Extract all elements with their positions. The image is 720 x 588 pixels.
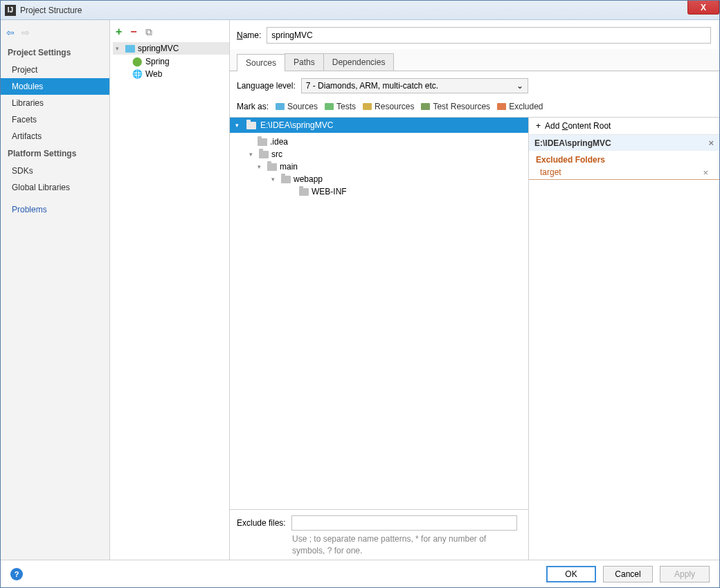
mark-excluded[interactable]: Excluded: [497, 102, 543, 111]
module-tabs: Sources Paths Dependencies: [230, 49, 719, 71]
excluded-folder-item[interactable]: target ×: [529, 166, 719, 180]
chevron-down-icon[interactable]: ▾: [235, 122, 242, 129]
folder-icon: [259, 151, 269, 158]
chevron-down-icon[interactable]: ▾: [271, 176, 278, 183]
language-level-select[interactable]: 7 - Diamonds, ARM, multi-catch etc. ⌄: [301, 78, 528, 93]
close-button[interactable]: X: [687, 1, 719, 15]
window-title: Project Structure: [20, 6, 82, 15]
mark-as-label: Mark as:: [237, 102, 269, 111]
sidebar-item-problems[interactable]: Problems: [1, 201, 109, 218]
chevron-down-icon[interactable]: ▾: [249, 151, 256, 158]
sources-swatch-icon: [276, 103, 285, 110]
apply-button[interactable]: Apply: [660, 566, 710, 582]
module-node-springmvc[interactable]: ▾ springMVC: [113, 42, 229, 55]
chevron-down-icon[interactable]: ▾: [258, 163, 264, 170]
sidebar-heading-project-settings: Project Settings: [1, 44, 109, 62]
content-root-label: E:\IDEA\springMVC: [534, 138, 611, 148]
language-level-label: Language level:: [237, 81, 296, 91]
nav-back-icon[interactable]: ⇦: [6, 27, 15, 38]
dialog-footer: ? OK Cancel Apply: [1, 560, 719, 587]
folder-icon: [281, 176, 291, 183]
dir-label: WEB-INF: [312, 187, 347, 196]
mark-tests[interactable]: Tests: [325, 102, 356, 111]
dir-label: .idea: [270, 137, 288, 147]
dir-row[interactable]: ▾ main: [233, 160, 525, 173]
exclude-files-hint: Use ; to separate name patterns, * for a…: [237, 531, 520, 557]
excluded-folders-heading: Excluded Folders: [529, 151, 719, 166]
module-tree-panel: + − ⧉ ▾ springMVC ⬤ Spring 🌐 Web: [110, 20, 230, 560]
exclude-files-label: Exclude files:: [237, 518, 286, 528]
module-label: springMVC: [138, 44, 179, 53]
resources-swatch-icon: [363, 103, 372, 110]
content-root-path: E:\IDEA\springMVC: [260, 120, 333, 130]
tests-swatch-icon: [325, 103, 334, 110]
ok-button[interactable]: OK: [546, 566, 596, 582]
module-editor-panel: Name: Sources Paths Dependencies Languag…: [230, 20, 719, 560]
settings-sidebar: ⇦ ⇨ Project Settings Project Modules Lib…: [1, 20, 110, 560]
mark-resources[interactable]: Resources: [363, 102, 414, 111]
help-icon[interactable]: ?: [10, 568, 23, 580]
facet-node-spring[interactable]: ⬤ Spring: [113, 55, 229, 68]
chevron-down-icon: ⌄: [516, 81, 523, 91]
mark-sources[interactable]: Sources: [276, 102, 318, 111]
module-name-input[interactable]: [267, 27, 711, 44]
dir-label: src: [271, 149, 282, 159]
exclude-files-input[interactable]: [291, 515, 517, 531]
content-root-entry[interactable]: E:\IDEA\springMVC ×: [529, 135, 719, 151]
sidebar-item-artifacts[interactable]: Artifacts: [1, 128, 109, 145]
folder-icon: [258, 138, 267, 146]
dir-row[interactable]: WEB-INF: [233, 185, 525, 198]
content-root-row[interactable]: ▾ E:\IDEA\springMVC: [230, 118, 528, 133]
sidebar-item-facets[interactable]: Facets: [1, 111, 109, 128]
dir-row[interactable]: ▾ src: [233, 148, 525, 160]
facet-node-web[interactable]: 🌐 Web: [113, 68, 229, 80]
nav-forward-icon[interactable]: ⇨: [21, 27, 30, 38]
remove-module-icon[interactable]: −: [130, 26, 136, 38]
cancel-button[interactable]: Cancel: [603, 566, 653, 582]
folder-icon: [267, 163, 277, 171]
excluded-folder-label: target: [540, 167, 561, 178]
app-icon: IJ: [5, 5, 16, 16]
sidebar-item-sdks[interactable]: SDKs: [1, 163, 109, 179]
web-icon: 🌐: [132, 69, 143, 79]
project-structure-dialog: IJ Project Structure X ⇦ ⇨ Project Setti…: [0, 0, 720, 588]
add-content-root-button[interactable]: + Add Content Root: [529, 118, 719, 135]
dir-label: webapp: [294, 174, 323, 184]
remove-root-icon[interactable]: ×: [708, 138, 714, 148]
dir-row[interactable]: ▾ webapp: [233, 173, 525, 185]
facet-label: Spring: [145, 57, 170, 66]
sidebar-heading-platform-settings: Platform Settings: [1, 145, 109, 163]
plus-icon: +: [536, 121, 541, 131]
remove-excluded-icon[interactable]: ×: [703, 167, 708, 178]
sidebar-item-project[interactable]: Project: [1, 62, 109, 78]
copy-module-icon[interactable]: ⧉: [145, 26, 152, 38]
folder-icon: [299, 188, 309, 196]
facet-label: Web: [145, 69, 162, 79]
content-roots-panel: + Add Content Root E:\IDEA\springMVC × E…: [529, 118, 719, 560]
titlebar[interactable]: IJ Project Structure X: [1, 1, 719, 20]
chevron-down-icon[interactable]: ▾: [116, 45, 123, 52]
sidebar-item-global-libraries[interactable]: Global Libraries: [1, 179, 109, 196]
directory-tree-panel: ▾ E:\IDEA\springMVC .idea ▾ src: [230, 118, 529, 560]
add-module-icon[interactable]: +: [116, 26, 122, 38]
tab-paths[interactable]: Paths: [285, 53, 324, 71]
mark-test-resources[interactable]: Test Resources: [421, 102, 490, 111]
name-label: Name:: [237, 30, 261, 40]
spring-icon: ⬤: [132, 56, 143, 66]
sidebar-item-modules[interactable]: Modules: [1, 78, 109, 95]
tab-sources[interactable]: Sources: [237, 54, 285, 71]
exclude-files-section: Exclude files: Use ; to separate name pa…: [230, 509, 528, 560]
excluded-swatch-icon: [497, 103, 506, 110]
sidebar-item-libraries[interactable]: Libraries: [1, 95, 109, 111]
test-resources-swatch-icon: [421, 103, 430, 110]
dir-row[interactable]: .idea: [233, 136, 525, 148]
tab-dependencies[interactable]: Dependencies: [323, 53, 395, 71]
language-level-value: 7 - Diamonds, ARM, multi-catch etc.: [306, 81, 438, 91]
module-icon: [125, 45, 135, 53]
dir-label: main: [280, 162, 298, 172]
folder-icon: [246, 122, 256, 129]
